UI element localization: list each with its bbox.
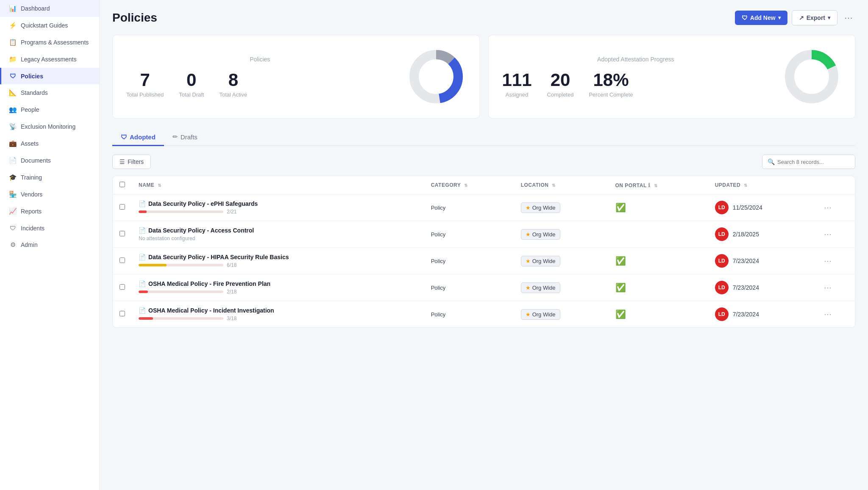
progress-bar-wrap: 6/18 <box>139 262 417 268</box>
star-icon: ★ <box>526 231 531 238</box>
table-row: 📄 OSHA Medical Policy - Fire Prevention … <box>113 274 855 301</box>
more-options-button[interactable]: ⋯ <box>842 10 855 25</box>
location-badge: ★ Org Wide <box>521 309 560 320</box>
sidebar-item-documents[interactable]: 📄Documents <box>0 152 99 169</box>
updated-col-header[interactable]: UPDATED ⇅ <box>708 176 817 194</box>
category-badge: Policy <box>431 311 446 318</box>
select-all-checkbox[interactable] <box>120 182 125 187</box>
table-row: 📄 OSHA Medical Policy - Incident Investi… <box>113 301 855 328</box>
export-button[interactable]: ↗ Export ▾ <box>792 10 837 25</box>
location-badge: ★ Org Wide <box>521 202 560 213</box>
header-actions: 🛡 Add New ▾ ↗ Export ▾ ⋯ <box>735 10 855 25</box>
progress-label: 3/18 <box>227 316 236 321</box>
total-draft-stat: 0 Total Draft <box>179 71 204 98</box>
tab-adopted[interactable]: 🛡 Adopted <box>112 129 164 146</box>
policy-doc-icon: 📄 <box>139 227 146 234</box>
policy-name: 📄 Data Security Policy - Access Control <box>139 227 417 234</box>
row-actions-cell: ⋯ <box>817 274 855 301</box>
sidebar-item-dashboard[interactable]: 📊Dashboard <box>0 0 99 17</box>
page-title: Policies <box>112 11 157 25</box>
total-active-value: 8 <box>219 71 247 89</box>
row-checkbox-4[interactable] <box>120 284 125 290</box>
location-col-header[interactable]: LOCATION ⇅ <box>514 176 609 194</box>
export-chevron-icon: ▾ <box>828 15 830 21</box>
sidebar: 📊Dashboard⚡Quickstart Guides📋Programs & … <box>0 0 100 490</box>
row-checkbox-5[interactable] <box>120 311 125 316</box>
name-col-header[interactable]: NAME ⇅ <box>132 176 424 194</box>
updated-cell: LD 11/25/2024 <box>708 194 817 221</box>
filter-button[interactable]: ☰ Filters <box>112 155 151 169</box>
sidebar-item-policies[interactable]: 🛡Policies <box>0 68 99 84</box>
category-sort-icon: ⇅ <box>464 183 468 188</box>
sidebar-item-vendors[interactable]: 🏪Vendors <box>0 186 99 203</box>
sidebar-label-incidents: Incidents <box>21 225 45 232</box>
avatar: LD <box>715 281 729 294</box>
name-cell: 📄 Data Security Policy - HIPAA Security … <box>132 248 424 274</box>
sidebar-item-reports[interactable]: 📈Reports <box>0 203 99 220</box>
updated-date: 11/25/2024 <box>733 204 762 211</box>
updated-sort-icon: ⇅ <box>744 183 748 188</box>
row-more-button[interactable]: ⋯ <box>824 257 832 265</box>
row-more-button[interactable]: ⋯ <box>824 203 832 212</box>
sidebar-item-admin[interactable]: ⚙Admin <box>0 236 99 253</box>
row-actions-cell: ⋯ <box>817 194 855 221</box>
name-cell: 📄 Data Security Policy - ePHI Safeguards… <box>132 194 424 221</box>
category-col-header[interactable]: CATEGORY ⇅ <box>424 176 514 194</box>
total-active-stat: 8 Total Active <box>219 71 247 98</box>
assigned-value: 111 <box>502 71 532 89</box>
on-portal-cell: ✅ <box>609 248 708 274</box>
sidebar-item-programs[interactable]: 📋Programs & Assessments <box>0 34 99 51</box>
location-badge: ★ Org Wide <box>521 282 560 293</box>
sidebar-item-people[interactable]: 👥People <box>0 101 99 118</box>
tab-drafts[interactable]: ✏ Drafts <box>164 129 206 146</box>
star-icon: ★ <box>526 205 531 211</box>
assigned-stat: 111 Assigned <box>502 71 532 98</box>
sidebar-item-standards[interactable]: 📐Standards <box>0 84 99 101</box>
add-new-button[interactable]: 🛡 Add New ▾ <box>735 11 787 25</box>
attestation-stat-card: Adopted Attestation Progress 111 Assigne… <box>488 35 856 119</box>
progress-bar-fill <box>139 291 148 293</box>
sidebar-item-assets[interactable]: 💼Assets <box>0 135 99 152</box>
percent-complete-label: Percent Complete <box>589 91 633 98</box>
row-more-button[interactable]: ⋯ <box>824 283 832 292</box>
drafts-tab-icon: ✏ <box>172 133 178 141</box>
sidebar-label-legacy: Legacy Assessments <box>21 56 77 63</box>
sidebar-item-exclusion[interactable]: 📡Exclusion Monitoring <box>0 118 99 135</box>
progress-label: 2/18 <box>227 289 236 295</box>
table-row: 📄 Data Security Policy - HIPAA Security … <box>113 248 855 274</box>
row-more-button[interactable]: ⋯ <box>824 230 832 238</box>
row-more-button[interactable]: ⋯ <box>824 310 832 318</box>
row-checkbox-1[interactable] <box>120 204 125 210</box>
on-portal-check-icon: ✅ <box>615 203 626 212</box>
sidebar-icon-assets: 💼 <box>9 140 17 147</box>
category-badge: Policy <box>431 258 446 264</box>
on-portal-info-icon[interactable]: ℹ <box>648 182 651 188</box>
avatar: LD <box>715 307 729 321</box>
progress-bar-bg <box>139 264 223 266</box>
policy-name: 📄 Data Security Policy - HIPAA Security … <box>139 254 417 260</box>
sidebar-item-legacy[interactable]: 📁Legacy Assessments <box>0 51 99 68</box>
avatar: LD <box>715 227 729 241</box>
location-cell: ★ Org Wide <box>514 301 609 328</box>
svg-point-3 <box>419 60 453 94</box>
search-input[interactable] <box>777 159 850 165</box>
row-checkbox-2[interactable] <box>120 231 125 236</box>
add-icon: 🛡 <box>742 14 748 21</box>
progress-bar-bg <box>139 317 223 320</box>
row-checkbox-3[interactable] <box>120 257 125 263</box>
category-cell: Policy <box>424 221 514 248</box>
policy-name: 📄 OSHA Medical Policy - Fire Prevention … <box>139 280 417 287</box>
on-portal-check-icon: ✅ <box>615 310 626 319</box>
on-portal-col-header[interactable]: ON PORTAL ℹ ⇅ <box>609 176 708 194</box>
sidebar-item-incidents[interactable]: 🛡Incidents <box>0 220 99 236</box>
progress-bar-bg <box>139 210 223 213</box>
policies-donut-chart <box>406 47 466 106</box>
attestation-numbers: 111 Assigned 20 Completed 18% Percent Co… <box>502 71 770 98</box>
updated-cell: LD 7/23/2024 <box>708 248 817 274</box>
sidebar-label-admin: Admin <box>21 241 38 248</box>
policy-tabs: 🛡 Adopted ✏ Drafts <box>112 129 855 146</box>
sidebar-item-training[interactable]: 🎓Training <box>0 169 99 186</box>
sidebar-label-people: People <box>21 106 39 113</box>
sidebar-item-quickstart[interactable]: ⚡Quickstart Guides <box>0 17 99 34</box>
location-badge: ★ Org Wide <box>521 256 560 266</box>
